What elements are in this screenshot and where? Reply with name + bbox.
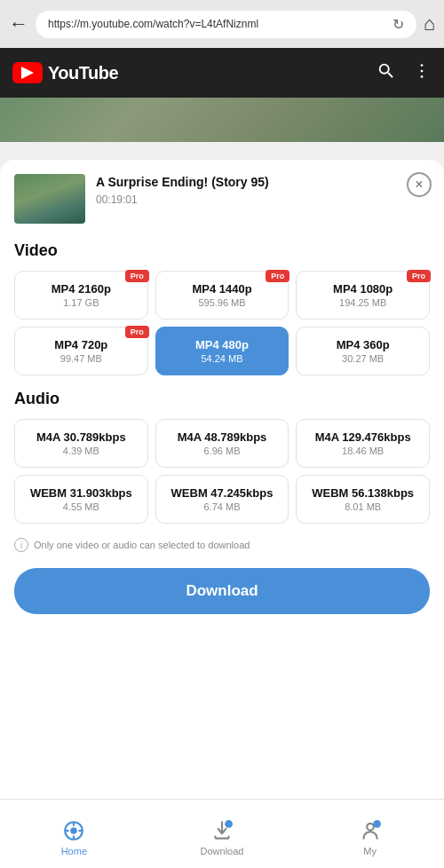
browser-url-bar[interactable]: https://m.youtube.com/watch?v=L4tAfNiznm… — [36, 11, 416, 38]
quality-size: 99.47 MB — [20, 353, 142, 364]
quality-name: WEBM 31.903kbps — [20, 486, 142, 500]
quality-size: 6.96 MB — [162, 446, 283, 456]
video-quality-mp4-720[interactable]: Pro MP4 720p 99.47 MB — [14, 327, 148, 375]
pro-badge: Pro — [125, 326, 149, 338]
video-quality-mp4-480[interactable]: MP4 480p 54.24 MB — [155, 327, 289, 375]
svg-point-2 — [421, 75, 424, 78]
pro-badge: Pro — [407, 270, 431, 282]
quality-size: 6.74 MB — [162, 501, 283, 512]
browser-home-button[interactable]: ⌂ — [424, 12, 435, 36]
pro-badge: Pro — [125, 270, 149, 282]
svg-point-9 — [225, 820, 233, 828]
svg-point-4 — [71, 827, 78, 834]
quality-size: 4.55 MB — [20, 501, 142, 512]
youtube-header: YouTube — [0, 48, 444, 98]
youtube-logo-icon — [12, 62, 43, 83]
quality-name: M4A 48.789kbps — [162, 430, 283, 444]
quality-size: 18.46 MB — [302, 446, 424, 456]
info-note-text: Only one video or audio can selected to … — [34, 540, 250, 550]
video-duration: 00:19:01 — [96, 193, 398, 206]
nav-label-home: Home — [61, 846, 87, 856]
quality-size: 1.17 GB — [20, 297, 142, 308]
audio-quality-grid: M4A 30.789kbps 4.39 MB M4A 48.789kbps 6.… — [14, 419, 430, 524]
video-quality-mp4-2160[interactable]: Pro MP4 2160p 1.17 GB — [14, 271, 148, 320]
video-quality-mp4-360[interactable]: MP4 360p 30.27 MB — [296, 327, 430, 375]
quality-name: MP4 720p — [20, 338, 142, 351]
quality-name: M4A 129.476kbps — [302, 430, 424, 444]
nav-item-my[interactable]: My — [296, 812, 444, 856]
video-quality-grid: Pro MP4 2160p 1.17 GB Pro MP4 1440p 595.… — [14, 271, 430, 375]
quality-name: MP4 2160p — [20, 282, 142, 296]
nav-label-download: Download — [201, 846, 244, 856]
browser-bar: ← https://m.youtube.com/watch?v=L4tAfNiz… — [0, 0, 444, 48]
video-details: A Surprise Ending! (Story 95) 00:19:01 — [96, 174, 398, 206]
audio-quality-m4a-129[interactable]: M4A 129.476kbps 18.46 MB — [296, 419, 430, 468]
quality-size: 30.27 MB — [302, 353, 424, 364]
audio-quality-m4a-48[interactable]: M4A 48.789kbps 6.96 MB — [155, 419, 289, 468]
video-thumbnail — [14, 174, 85, 224]
audio-quality-webm-31[interactable]: WEBM 31.903kbps 4.55 MB — [14, 475, 148, 524]
download-modal: × A Surprise Ending! (Story 95) 00:19:01… — [0, 160, 444, 868]
video-info-row: A Surprise Ending! (Story 95) 00:19:01 — [14, 174, 430, 224]
more-icon[interactable] — [412, 61, 432, 84]
quality-size: 595.96 MB — [162, 297, 283, 308]
nav-item-home[interactable]: Home — [0, 812, 148, 856]
quality-name: MP4 480p — [162, 338, 283, 351]
quality-size: 8.01 MB — [302, 501, 424, 512]
reload-icon[interactable]: ↻ — [392, 16, 404, 33]
info-icon: i — [14, 538, 28, 552]
browser-back-button[interactable]: ← — [9, 12, 28, 36]
video-quality-mp4-1440[interactable]: Pro MP4 1440p 595.96 MB — [155, 271, 289, 320]
svg-point-0 — [421, 64, 424, 67]
quality-size: 54.24 MB — [162, 353, 283, 364]
quality-name: WEBM 56.138kbps — [302, 486, 424, 500]
video-strip — [0, 98, 444, 142]
audio-quality-webm-56[interactable]: WEBM 56.138kbps 8.01 MB — [296, 475, 430, 524]
svg-point-11 — [373, 820, 381, 828]
quality-name: WEBM 47.245kbps — [162, 486, 283, 500]
youtube-logo-text: YouTube — [48, 63, 118, 83]
quality-name: M4A 30.789kbps — [20, 430, 142, 444]
nav-label-my: My — [363, 846, 377, 856]
nav-icon-my — [359, 819, 382, 842]
audio-quality-m4a-30[interactable]: M4A 30.789kbps 4.39 MB — [14, 419, 148, 468]
svg-point-1 — [421, 70, 424, 73]
youtube-header-icons — [377, 61, 432, 84]
audio-section-title: Audio — [14, 390, 430, 408]
nav-icon-download — [210, 819, 234, 842]
video-title: A Surprise Ending! (Story 95) — [96, 174, 398, 190]
search-icon[interactable] — [377, 61, 396, 84]
download-button[interactable]: Download — [14, 568, 430, 614]
quality-size: 4.39 MB — [20, 446, 142, 456]
video-quality-mp4-1080[interactable]: Pro MP4 1080p 194.25 MB — [296, 271, 430, 320]
nav-icon-home — [62, 819, 85, 842]
bottom-navigation: Home Download My — [0, 799, 444, 868]
quality-name: MP4 360p — [302, 338, 424, 351]
info-note: i Only one video or audio can selected t… — [14, 538, 430, 552]
svg-point-10 — [367, 823, 374, 830]
url-text: https://m.youtube.com/watch?v=L4tAfNiznm… — [48, 18, 258, 30]
youtube-logo: YouTube — [12, 62, 118, 83]
quality-name: MP4 1440p — [162, 282, 283, 296]
pro-badge: Pro — [266, 270, 289, 282]
audio-quality-webm-47[interactable]: WEBM 47.245kbps 6.74 MB — [155, 475, 289, 524]
nav-item-download[interactable]: Download — [148, 812, 297, 856]
quality-size: 194.25 MB — [302, 297, 424, 308]
modal-close-button[interactable]: × — [407, 172, 432, 197]
video-section-title: Video — [14, 241, 430, 260]
quality-name: MP4 1080p — [302, 282, 424, 296]
